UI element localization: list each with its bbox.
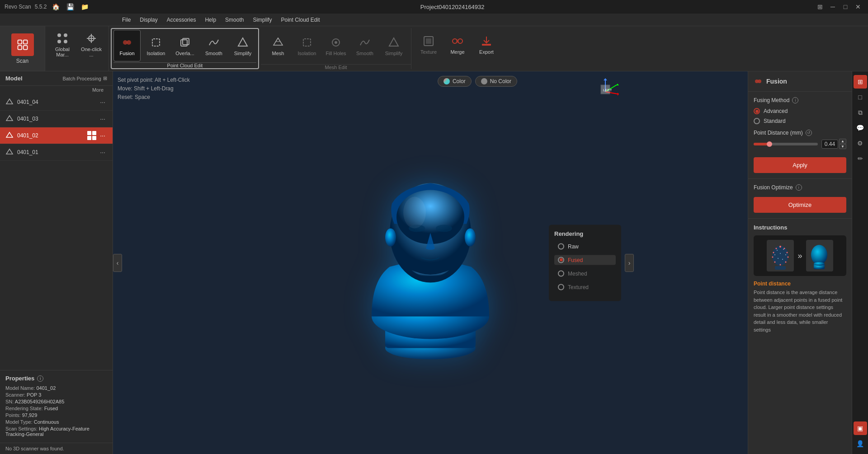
- apply-button[interactable]: Apply: [754, 157, 846, 173]
- collapse-sidebar-btn[interactable]: ‹: [113, 254, 122, 272]
- texture-btn[interactable]: Texture: [415, 28, 442, 60]
- fill-holes-btn[interactable]: Fill Holes: [322, 30, 349, 61]
- simplify-pce-btn[interactable]: Simplify: [229, 30, 256, 61]
- optimize-info-icon[interactable]: i: [796, 184, 802, 191]
- model-menu-0401-01[interactable]: ···: [98, 148, 107, 157]
- more-btn[interactable]: More: [89, 86, 107, 94]
- export-btn[interactable]: Export: [473, 28, 500, 60]
- model-menu-0401-04[interactable]: ···: [98, 98, 107, 107]
- smooth-mesh-icon: [358, 35, 372, 50]
- prop-points: Points: 97,929: [5, 412, 107, 418]
- mesh-btn[interactable]: Mesh: [264, 30, 292, 61]
- one-click-btn[interactable]: One-click ...: [78, 28, 105, 60]
- strip-btn-top-red[interactable]: ⊞: [854, 75, 867, 89]
- expand-right-btn[interactable]: ›: [625, 254, 634, 272]
- slider-label-row: Point Distance (mm) ↺: [754, 130, 846, 136]
- model-menu-0401-02[interactable]: ···: [98, 131, 107, 140]
- overlay-label: Overla...: [175, 51, 194, 56]
- mesh-label: Mesh: [272, 51, 284, 56]
- svg-marker-18: [389, 38, 398, 46]
- svg-point-58: [785, 261, 786, 262]
- viewport[interactable]: Set pivot point: Alt + Left-Click Move: …: [113, 71, 748, 454]
- rendering-option-raw[interactable]: Raw: [554, 241, 616, 251]
- merge-btn[interactable]: Merge: [444, 28, 471, 60]
- save-button[interactable]: 💾: [65, 1, 75, 12]
- layout-button[interactable]: ⊞: [815, 1, 826, 12]
- rendering-label-textured: Textured: [568, 284, 589, 290]
- simplify-mesh-btn[interactable]: Simplify: [380, 30, 407, 61]
- strip-btn-layers[interactable]: ⧉: [854, 106, 867, 119]
- svg-point-66: [782, 259, 783, 260]
- strip-btn-bottom-red[interactable]: ▣: [854, 421, 867, 435]
- point-distance-info-icon[interactable]: ↺: [806, 130, 812, 136]
- strip-btn-edit[interactable]: ✏: [854, 152, 867, 165]
- fusion-btn[interactable]: Fusion: [113, 30, 141, 61]
- menu-display[interactable]: Display: [135, 15, 162, 25]
- fusing-method-label: Fusing Method: [754, 97, 789, 103]
- batch-processing-btn[interactable]: Batch Processing ⊞: [62, 75, 107, 81]
- optimize-button[interactable]: Optimize: [754, 197, 846, 213]
- menu-accessories[interactable]: Accessories: [162, 15, 201, 25]
- model-actions-0401-04: ···: [98, 98, 107, 107]
- close-button[interactable]: ✕: [853, 1, 863, 12]
- home-button[interactable]: 🏠: [50, 1, 61, 12]
- rendering-option-fused[interactable]: Fused: [554, 255, 616, 265]
- scan-label: Scan: [16, 58, 28, 64]
- rendering-label-meshed: Meshed: [568, 270, 587, 276]
- minimize-button[interactable]: ─: [827, 1, 838, 12]
- isolation-btn[interactable]: Isolation: [142, 30, 170, 61]
- radio-advanced[interactable]: Advanced: [754, 108, 846, 114]
- value-down-btn[interactable]: ▼: [839, 144, 846, 149]
- restore-button[interactable]: □: [840, 1, 851, 12]
- svg-rect-67: [775, 266, 786, 270]
- model-item-0401-04[interactable]: 0401_04 ···: [0, 94, 113, 111]
- fusing-method-info-icon[interactable]: i: [792, 97, 798, 103]
- strip-btn-person[interactable]: 👤: [854, 437, 867, 450]
- strip-btn-chat[interactable]: 💬: [854, 121, 867, 135]
- color-button[interactable]: Color: [438, 76, 472, 87]
- radio-fused: [558, 257, 564, 263]
- model-item-0401-01[interactable]: 0401_01 ···: [0, 144, 113, 161]
- merge-icon: [450, 34, 465, 48]
- strip-btn-settings[interactable]: ⚙: [854, 136, 867, 150]
- svg-point-4: [57, 33, 61, 37]
- value-up-btn[interactable]: ▲: [839, 139, 846, 144]
- model-item-0401-03[interactable]: 0401_03 ···: [0, 111, 113, 127]
- radio-standard[interactable]: Standard: [754, 118, 846, 124]
- properties-info-icon[interactable]: i: [37, 375, 43, 382]
- reset-hint: Reset: Space: [118, 93, 190, 102]
- rendering-option-textured[interactable]: Textured: [554, 282, 616, 292]
- svg-point-55: [772, 256, 773, 257]
- folder-button[interactable]: 📁: [79, 1, 90, 12]
- no-color-button[interactable]: No Color: [475, 76, 517, 87]
- overlay-btn[interactable]: Overla...: [171, 30, 198, 61]
- smooth-mesh-btn[interactable]: Smooth: [351, 30, 378, 61]
- rendering-option-meshed[interactable]: Meshed: [554, 268, 616, 278]
- svg-point-64: [780, 253, 781, 254]
- strip-btn-square[interactable]: □: [854, 90, 867, 104]
- model-menu-0401-03[interactable]: ···: [98, 114, 107, 123]
- instructions-title: Instructions: [754, 224, 846, 231]
- nav-cube[interactable]: LEFT: [590, 76, 621, 108]
- svg-rect-0: [18, 40, 22, 44]
- menu-simplify[interactable]: Simplify: [248, 15, 276, 25]
- prop-model-name: Model Name: 0401_02: [5, 385, 107, 391]
- texture-icon: [421, 34, 436, 48]
- overlay-icon: [178, 35, 192, 50]
- menu-file[interactable]: File: [118, 15, 135, 25]
- fusion-panel: Fusion Fusing Method i Advanced Standard: [748, 71, 852, 454]
- global-markers-btn[interactable]: Global Mar...: [49, 28, 76, 60]
- svg-marker-45: [618, 93, 619, 96]
- menu-smooth[interactable]: Smooth: [221, 15, 248, 25]
- advanced-label: Advanced: [764, 108, 788, 114]
- menu-help[interactable]: Help: [200, 15, 221, 25]
- nav-cube-svg: LEFT: [590, 76, 621, 108]
- model-item-0401-02[interactable]: 0401_02 ···: [0, 127, 113, 144]
- isolation-mesh-btn[interactable]: Isolation: [293, 30, 321, 61]
- one-click-label: One-click ...: [80, 47, 103, 57]
- instr-before-img: [767, 240, 794, 271]
- slider-thumb[interactable]: [767, 141, 772, 147]
- smooth-mesh-label: Smooth: [356, 51, 373, 56]
- menu-point-cloud-edit[interactable]: Point Cloud Edit: [276, 15, 324, 25]
- smooth-pce-btn[interactable]: Smooth: [200, 30, 227, 61]
